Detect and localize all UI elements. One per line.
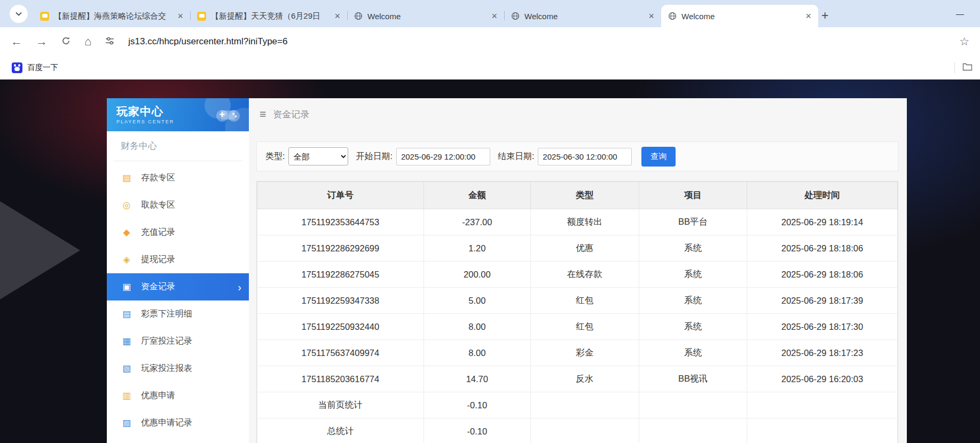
new-tab-button[interactable]: + — [821, 10, 828, 22]
chat-favicon-icon — [197, 12, 206, 21]
hamburger-menu-icon[interactable]: ≡ — [260, 108, 266, 121]
table-cell: 在线存款 — [530, 262, 639, 288]
funds-table: 订单号金额类型项目处理时间 1751192353644753-237.00额度转… — [257, 181, 898, 443]
menu-item-label: 取款专区 — [141, 200, 175, 211]
tab-title: 【新提醒】天天竞猜（6月29日 — [211, 11, 327, 21]
bookmark-star-icon[interactable]: ☆ — [959, 35, 969, 48]
globe-favicon-icon — [354, 12, 363, 20]
table-header-cell: 项目 — [639, 182, 747, 209]
browser-window: 【新提醒】海燕策略论坛综合交 × 【新提醒】天天竞猜（6月29日 × Welco… — [0, 0, 980, 80]
sidebar-menu: ▤ 存款专区 › ◎ 取款专区 › ◆ 充值记录 › ◈ 提现记录 › ▣ 资金… — [107, 161, 249, 437]
browser-tab[interactable]: 【新提醒】海燕策略论坛综合交 × — [33, 5, 190, 27]
table-cell: 2025-06-29 18:19:14 — [747, 209, 898, 235]
table-cell: 彩金 — [530, 340, 639, 366]
table-row: 17511756374099748.00彩金系统2025-06-29 18:17… — [257, 340, 898, 366]
tab-title: Welcome — [524, 12, 641, 21]
sidebar-item-promo-apply[interactable]: ▥ 优惠申请 › — [107, 382, 249, 409]
tab-close-icon[interactable]: × — [803, 11, 814, 21]
table-cell — [530, 418, 639, 443]
reload-button[interactable] — [61, 36, 71, 48]
browser-tab[interactable]: Welcome × — [504, 5, 661, 27]
table-row: 17511922862926991.20优惠系统2025-06-29 18:18… — [257, 235, 898, 262]
table-cell: 8.00 — [424, 314, 530, 340]
table-cell — [747, 418, 898, 443]
table-cell: 反水 — [530, 366, 639, 392]
sidebar-item-funds-record[interactable]: ▣ 资金记录 › — [107, 273, 249, 300]
chevron-right-icon: › — [238, 282, 241, 292]
table-cell — [530, 392, 639, 418]
browser-tab[interactable]: Welcome × — [661, 5, 818, 27]
sidebar-item-hall-bet-record[interactable]: ▦ 厅室投注记录 › — [107, 328, 249, 355]
forward-button[interactable]: → — [36, 36, 48, 48]
tab-close-icon[interactable]: × — [332, 11, 343, 21]
table-cell: 1751175637409974 — [257, 340, 424, 366]
table-cell: 2025-06-29 18:17:39 — [747, 288, 898, 314]
bookmarks-bar-right — [954, 62, 973, 73]
table-cell: 系统 — [639, 235, 747, 262]
recharge-record-icon: ◆ — [121, 227, 132, 238]
sidebar-item-player-bet-report[interactable]: ▧ 玩家投注报表 › — [107, 355, 249, 382]
table-cell: -0.10 — [424, 392, 530, 418]
background-triangle-decoration — [0, 201, 80, 299]
table-cell: 当前页统计 — [257, 392, 424, 418]
sidebar-item-withdraw-coins[interactable]: ◎ 取款专区 › — [107, 192, 249, 219]
back-button[interactable]: ← — [11, 36, 22, 48]
gamepad-icon — [216, 107, 240, 123]
table-header-cell: 订单号 — [257, 182, 424, 209]
table-header-cell: 类型 — [530, 182, 639, 209]
table-cell: BB视讯 — [639, 366, 747, 392]
tab-title: 【新提醒】海燕策略论坛综合交 — [54, 11, 170, 21]
table-cell — [747, 392, 898, 418]
table-cell — [639, 392, 747, 418]
table-cell: 优惠 — [530, 235, 639, 262]
menu-item-label: 玩家投注报表 — [141, 363, 192, 374]
table-cell: 2025-06-29 18:17:30 — [747, 314, 898, 340]
site-settings-icon — [105, 36, 115, 46]
tab-title: Welcome — [367, 12, 484, 21]
menu-item-label: 厅室投注记录 — [141, 336, 192, 347]
table-cell: 2025-06-29 18:18:06 — [747, 262, 898, 288]
tab-close-icon[interactable]: × — [646, 11, 657, 21]
end-date-input[interactable] — [538, 148, 632, 165]
browser-tab[interactable]: Welcome × — [347, 5, 504, 27]
start-date-input[interactable] — [396, 148, 490, 165]
table-cell: 红包 — [530, 314, 639, 340]
sidebar-item-withdraw-record[interactable]: ◈ 提现记录 › — [107, 246, 249, 273]
tab-close-icon[interactable]: × — [175, 11, 186, 21]
tab-search-button[interactable] — [10, 5, 28, 23]
query-button[interactable]: 查询 — [641, 147, 676, 167]
other-bookmarks-folder-button[interactable] — [962, 62, 973, 73]
sidebar-item-lottery-bet-detail[interactable]: ▤ 彩票下注明细 › — [107, 300, 249, 328]
table-row: 1751192286275045200.00在线存款系统2025-06-29 1… — [257, 262, 898, 288]
table-cell: 总统计 — [257, 418, 424, 443]
funds-table-wrap: 订单号金额类型项目处理时间 1751192353644753-237.00额度转… — [256, 181, 898, 443]
browser-tab[interactable]: 【新提醒】天天竞猜（6月29日 × — [190, 5, 347, 27]
sidebar-section-wrap: 财务中心 — [113, 131, 242, 161]
sidebar: 玩家中心 PLAYERS CENTER 财务中心 ▤ 存款专区 › ◎ 取款专区… — [107, 98, 249, 443]
bookmark-baidu[interactable]: 百度一下 — [7, 60, 62, 75]
baidu-favicon-icon — [12, 62, 22, 73]
type-select[interactable]: 全部 — [288, 147, 348, 165]
withdraw-coins-icon: ◎ — [121, 200, 132, 211]
sidebar-item-promo-apply-record[interactable]: ▨ 优惠申请记录 › — [107, 409, 249, 437]
table-cell: 2025-06-29 16:20:03 — [747, 366, 898, 392]
sidebar-item-deposit-card[interactable]: ▤ 存款专区 › — [107, 164, 249, 192]
home-button[interactable]: ⌂ — [84, 36, 91, 48]
end-date-label: 结束日期: — [498, 151, 534, 162]
address-bar[interactable]: js13.cc/hhcp/usercenter.html?iniType=6 — [128, 36, 287, 47]
menu-item-label: 充值记录 — [141, 227, 175, 238]
main-content: ≡ 资金记录 类型: 全部 开始日期: 结束日期: 查询 订单号金额类型项目处理… — [249, 98, 907, 443]
sidebar-subtitle: PLAYERS CENTER — [116, 119, 174, 124]
site-info-button[interactable] — [105, 36, 115, 48]
table-cell: 红包 — [530, 288, 639, 314]
table-cell: -237.00 — [424, 209, 530, 235]
player-center-branding: 玩家中心 PLAYERS CENTER — [116, 105, 174, 124]
sidebar-item-recharge-record[interactable]: ◆ 充值记录 › — [107, 219, 249, 246]
table-cell: 2025-06-29 18:18:06 — [747, 235, 898, 262]
table-cell: 8.00 — [424, 340, 530, 366]
table-cell: 5.00 — [424, 288, 530, 314]
minimize-button[interactable]: — — [956, 9, 964, 18]
table-cell: 1751192259347338 — [257, 288, 424, 314]
table-header-cell: 处理时间 — [747, 182, 898, 209]
tab-close-icon[interactable]: × — [489, 11, 500, 21]
